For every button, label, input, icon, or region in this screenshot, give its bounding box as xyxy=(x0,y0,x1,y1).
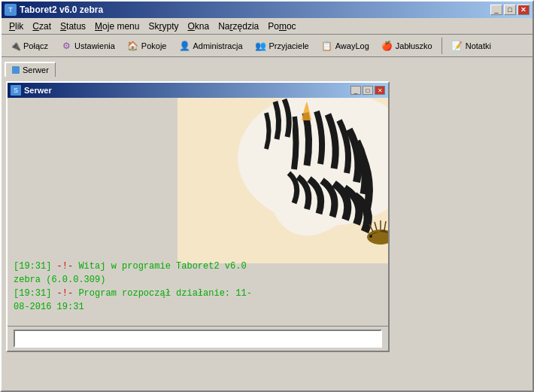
title-bar-buttons: _ □ ✕ xyxy=(490,5,529,15)
toolbar-awaylog-label: AwayLog xyxy=(335,41,369,50)
toolbar-admin-label: Administracja xyxy=(193,41,242,50)
tab-server-label: Serwer xyxy=(23,65,49,74)
server-icon: S xyxy=(11,85,21,96)
server-close-button[interactable]: ✕ xyxy=(375,86,385,95)
toolbar-notes[interactable]: 📝 Notatki xyxy=(447,38,496,54)
toolbar-friends-label: Przyjaciele xyxy=(269,41,309,50)
rooms-icon: 🏠 xyxy=(127,40,139,52)
server-window: S Serwer _ □ ✕ xyxy=(6,81,390,352)
console-line-3: [19:31] -!- Program rozpoczął działanie:… xyxy=(14,287,382,300)
toolbar-notes-label: Notatki xyxy=(466,41,491,50)
toolbar-rooms-label: Pokoje xyxy=(141,41,167,50)
toolbar-settings-label: Ustawienia xyxy=(74,41,115,50)
server-content: [19:31] -!- Witaj w programie Taboret2 v… xyxy=(8,98,388,326)
minimize-button[interactable]: _ xyxy=(490,5,502,15)
content-area: S Serwer _ □ ✕ xyxy=(2,77,532,390)
toolbar-awaylog[interactable]: 📋 AwayLog xyxy=(317,38,374,54)
menu-help[interactable]: Pomoc xyxy=(263,20,300,33)
menu-scripts[interactable]: Skrypty xyxy=(144,20,183,33)
toolbar-apple-label: Jabłuszko xyxy=(396,41,432,50)
server-minimize-button[interactable]: _ xyxy=(350,86,361,95)
server-window-title: Serwer xyxy=(24,86,52,95)
server-title-buttons: _ □ ✕ xyxy=(350,86,385,95)
friends-icon: 👥 xyxy=(255,40,267,52)
toolbar-admin[interactable]: 👤 Administracja xyxy=(174,38,247,54)
awaylog-icon: 📋 xyxy=(321,40,333,52)
menu-bar: Plik Czat Status Moje menu Skrypty Okna … xyxy=(2,18,532,35)
toolbar-connect[interactable]: 🔌 Połącz xyxy=(5,38,53,54)
toolbar: 🔌 Połącz ⚙ Ustawienia 🏠 Pokoje 👤 Adminis… xyxy=(2,35,532,57)
toolbar-separator xyxy=(441,38,442,54)
toolbar-connect-label: Połącz xyxy=(23,41,48,50)
console-line-1: [19:31] -!- Witaj w programie Taboret2 v… xyxy=(14,260,382,273)
title-bar: T Taboret2 v6.0 zebra _ □ ✕ xyxy=(2,2,532,18)
menu-windows[interactable]: Okna xyxy=(183,20,214,33)
toolbar-rooms[interactable]: 🏠 Pokoje xyxy=(123,38,171,54)
server-input[interactable] xyxy=(14,330,382,348)
notes-icon: 📝 xyxy=(451,40,463,52)
menu-tools[interactable]: Narzędzia xyxy=(214,20,263,33)
toolbar-apple[interactable]: 🍎 Jabłuszko xyxy=(377,38,437,54)
tab-server-icon xyxy=(12,66,20,74)
close-button[interactable]: ✕ xyxy=(517,5,529,15)
console-line-4: 08-2016 19:31 xyxy=(14,300,382,314)
server-maximize-button[interactable]: □ xyxy=(363,86,373,95)
server-title-bar: S Serwer _ □ ✕ xyxy=(8,83,388,98)
server-input-area xyxy=(8,326,388,351)
apple-icon: 🍎 xyxy=(381,40,393,52)
admin-icon: 👤 xyxy=(178,40,190,52)
tab-server[interactable]: Serwer xyxy=(5,62,56,77)
tab-bar: Serwer xyxy=(2,57,532,77)
title-bar-left: T Taboret2 v6.0 zebra xyxy=(5,4,103,16)
menu-status[interactable]: Status xyxy=(56,20,90,33)
console-output: [19:31] -!- Witaj w programie Taboret2 v… xyxy=(14,260,382,314)
settings-icon: ⚙ xyxy=(60,40,72,52)
maximize-button[interactable]: □ xyxy=(504,5,516,15)
app-icon: T xyxy=(5,4,17,16)
console-line-2: zebra (6.0.0.309) xyxy=(14,273,382,287)
console-area: [19:31] -!- Witaj w programie Taboret2 v… xyxy=(8,98,388,326)
toolbar-settings[interactable]: ⚙ Ustawienia xyxy=(56,38,120,54)
menu-file[interactable]: Plik xyxy=(5,20,28,33)
window-title: Taboret2 v6.0 zebra xyxy=(20,5,103,15)
menu-chat[interactable]: Czat xyxy=(28,20,56,33)
toolbar-friends[interactable]: 👥 Przyjaciele xyxy=(250,38,314,54)
server-title-left: S Serwer xyxy=(11,85,52,96)
menu-mymenu[interactable]: Moje menu xyxy=(90,20,144,33)
connect-icon: 🔌 xyxy=(9,40,21,52)
main-window: T Taboret2 v6.0 zebra _ □ ✕ Plik Czat St… xyxy=(0,0,534,392)
